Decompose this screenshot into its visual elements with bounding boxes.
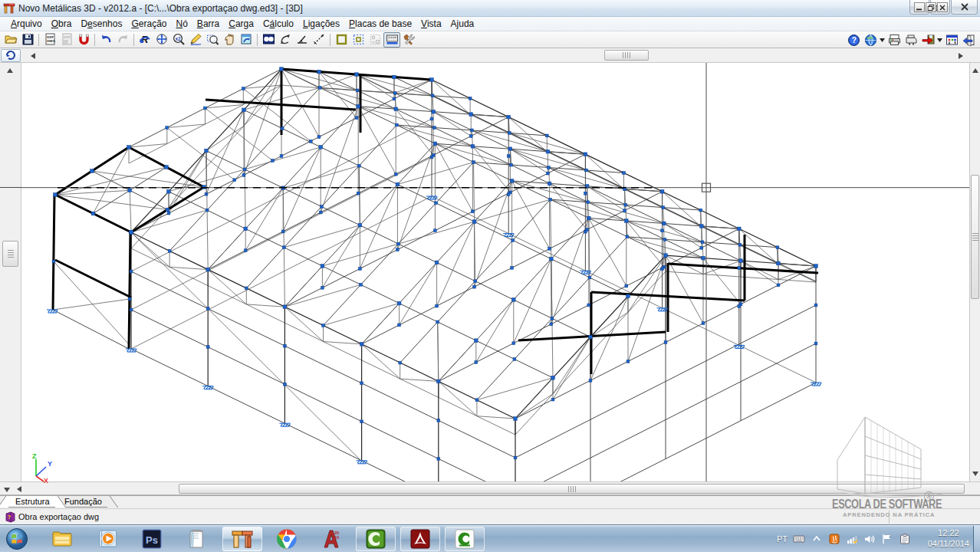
menu-gera-o[interactable]: Geração <box>127 17 171 31</box>
window-config-button[interactable] <box>943 32 960 48</box>
tray-keyboard-icon[interactable] <box>793 533 805 545</box>
export-dxf-button[interactable]: DXF <box>58 32 75 48</box>
import-dxf-button[interactable]: DXFDWG <box>41 32 58 48</box>
right-scroll-down-arrow[interactable] <box>970 468 980 478</box>
exit-door-button[interactable] <box>960 32 977 48</box>
svg-text:DWG: DWG <box>47 39 55 43</box>
taskbar-windows-explorer[interactable] <box>42 527 82 551</box>
search-binoculars-button[interactable] <box>260 32 277 48</box>
numeric-entry-button[interactable] <box>383 32 400 48</box>
open-file-button[interactable] <box>2 32 19 48</box>
menu-placas-de-base[interactable]: Placas de base <box>344 17 416 31</box>
export-red-dropdown-caret[interactable] <box>936 32 943 48</box>
bottom-scroll-thumb[interactable] <box>179 484 965 494</box>
measure-tool-button[interactable] <box>311 32 327 48</box>
tools-button[interactable] <box>400 32 417 48</box>
close-button[interactable] <box>951 0 978 15</box>
bottom-scroll-left-arrow[interactable] <box>14 484 25 495</box>
right-scrollbar[interactable] <box>969 63 980 481</box>
tray-java-icon[interactable] <box>828 533 840 545</box>
rotate-view-button[interactable] <box>277 32 294 48</box>
window-title: Novo Metálicas 3D - v2012.a - [C:\...\Ob… <box>18 3 303 14</box>
tab-estrutura[interactable]: Estrutura <box>6 496 58 508</box>
print-button[interactable] <box>886 32 903 48</box>
menu-carga[interactable]: Carga <box>224 17 258 31</box>
project-book-icon: ? <box>5 511 16 523</box>
tray-volume-icon[interactable] <box>863 533 876 545</box>
clock-date: 04/11/2014 <box>928 538 969 549</box>
web-services-dropdown-caret[interactable] <box>879 32 886 48</box>
top-scroll-left-arrow[interactable] <box>28 51 38 61</box>
snap-magnet-button[interactable] <box>75 32 92 48</box>
svg-text:Ps: Ps <box>146 534 158 546</box>
drawing-canvas[interactable] <box>21 63 969 481</box>
taskbar-metalicas-3d[interactable] <box>222 527 262 551</box>
structure-wireframe <box>21 63 969 481</box>
menu-obra[interactable]: Obra <box>47 17 77 31</box>
menu-n-[interactable]: Nó <box>172 17 192 31</box>
menu-barra[interactable]: Barra <box>192 17 224 31</box>
top-scroll-thumb[interactable] <box>604 50 649 61</box>
save-file-button[interactable] <box>19 32 36 48</box>
bottom-left-down-arrow[interactable] <box>2 484 12 495</box>
zoom-x2-button[interactable]: x2 <box>170 32 187 48</box>
taskbar-notepad[interactable] <box>176 527 216 551</box>
taskbar-adobe-reader[interactable] <box>400 527 440 551</box>
menu-c-lculo[interactable]: Cálculo <box>258 17 298 31</box>
web-services-button[interactable] <box>862 32 879 48</box>
taskbar-autocad[interactable]: 2010 <box>311 527 351 551</box>
taskbar-media-player[interactable] <box>87 527 127 551</box>
status-text: Obra exportaçao dwg <box>18 512 99 521</box>
edit-pencil-button[interactable] <box>187 32 204 48</box>
angle-tool-button[interactable] <box>294 32 311 48</box>
taskbar-start-orb[interactable]: > <box>0 525 35 552</box>
grid-tool-button[interactable] <box>367 32 383 48</box>
tray-clipboard-icon[interactable] <box>899 533 911 545</box>
left-scroll-thumb[interactable] <box>2 241 18 267</box>
menu-arquivo[interactable]: Arquivo <box>6 17 47 31</box>
toolbar-separator <box>36 33 41 47</box>
redo-button[interactable] <box>114 32 131 48</box>
taskbar-camtasia-recorder[interactable] <box>356 527 396 551</box>
mdi-minimize-button[interactable] <box>914 2 925 12</box>
zoom-extents-button[interactable] <box>153 32 170 48</box>
bottom-scrollbar[interactable] <box>0 481 980 495</box>
toolbar: DXFDWGDXFRx2 ? <box>0 31 980 48</box>
menu-vista[interactable]: Vista <box>416 17 446 31</box>
left-scrollbar[interactable] <box>0 63 21 481</box>
taskbar-camtasia-studio[interactable] <box>445 527 485 551</box>
pan-hand-button[interactable] <box>221 32 238 48</box>
taskbar-photoshop[interactable]: Ps <box>132 527 172 551</box>
toolbar-separator <box>327 33 333 47</box>
redraw-button[interactable]: R <box>136 32 153 48</box>
mdi-close-button[interactable] <box>937 2 948 12</box>
zoom-window-button[interactable] <box>204 32 221 48</box>
print-preview-button[interactable] <box>903 32 919 48</box>
right-scroll-thumb[interactable] <box>971 175 979 299</box>
svg-text:?: ? <box>851 36 856 44</box>
top-scroll-right-arrow[interactable] <box>955 51 966 61</box>
menu-desenhos[interactable]: Desenhos <box>76 17 127 31</box>
mdi-restore-button[interactable] <box>926 2 936 12</box>
taskbar-chrome[interactable] <box>267 527 307 551</box>
selection-square-button[interactable] <box>333 32 350 48</box>
system-tray: PT <box>777 525 911 552</box>
tray-network-icon[interactable] <box>846 533 858 545</box>
selection-dotted-button[interactable] <box>350 32 367 48</box>
help-button[interactable]: ? <box>845 32 862 48</box>
undo-button[interactable] <box>97 32 114 48</box>
tray-chevron-up-icon[interactable] <box>811 533 823 545</box>
view-window-button[interactable] <box>238 32 255 48</box>
left-scroll-up-arrow[interactable] <box>5 66 15 77</box>
menu-liga-es[interactable]: Ligações <box>298 17 344 31</box>
tray-language-label[interactable]: PT <box>777 534 788 544</box>
menu-bar: ArquivoObraDesenhosGeraçãoNóBarraCargaCá… <box>0 17 980 31</box>
top-scrollbar[interactable] <box>0 48 980 63</box>
tray-flag-icon[interactable] <box>881 533 893 545</box>
export-red-button[interactable] <box>919 32 936 48</box>
menu-ajuda[interactable]: Ajuda <box>446 17 479 31</box>
taskbar-clock[interactable]: 12:22 04/11/2014 <box>928 527 969 549</box>
show-desktop-button[interactable] <box>973 525 980 552</box>
right-scroll-up-arrow[interactable] <box>970 66 980 77</box>
rotate-view-button[interactable] <box>1 49 21 62</box>
